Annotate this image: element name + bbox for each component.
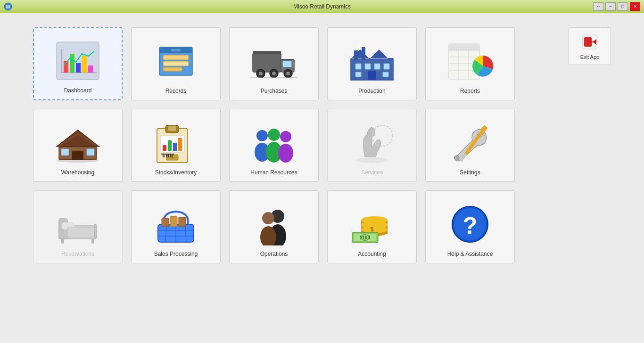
stocks-inventory-icon xyxy=(152,119,199,166)
app-icon: M xyxy=(4,2,12,11)
tile-help-assistance[interactable]: ? Help & Assistance xyxy=(425,190,515,263)
minimize-button[interactable]: − xyxy=(605,2,616,11)
svg-rect-93 xyxy=(94,224,97,238)
exit-app-label: Exit App xyxy=(580,54,599,60)
tile-accounting[interactable]: $ $100 Accounting xyxy=(327,190,417,263)
accounting-label: Accounting xyxy=(358,251,386,257)
svg-rect-45 xyxy=(449,44,479,50)
svg-rect-63 xyxy=(163,145,166,151)
settings-label: Settings xyxy=(460,169,480,176)
tile-reports[interactable]: Reports xyxy=(425,27,515,100)
svg-rect-2 xyxy=(57,42,99,80)
svg-rect-54 xyxy=(72,151,83,160)
records-icon xyxy=(152,38,199,85)
tile-warehousing[interactable]: Warehousing xyxy=(33,109,123,182)
module-grid: Dashboard Records xyxy=(33,27,515,263)
svg-point-77 xyxy=(256,130,268,141)
svg-rect-8 xyxy=(82,56,87,73)
svg-rect-6 xyxy=(70,54,74,73)
sales-processing-icon xyxy=(152,201,199,248)
accounting-icon: $ $100 xyxy=(348,201,396,248)
reports-label: Reports xyxy=(460,88,480,94)
svg-rect-36 xyxy=(355,72,361,77)
resize-icon[interactable]: ↔ xyxy=(593,2,603,11)
svg-rect-30 xyxy=(362,47,365,60)
reports-icon xyxy=(446,38,494,85)
svg-rect-103 xyxy=(170,216,177,227)
production-icon xyxy=(348,38,396,85)
production-label: Production xyxy=(358,88,385,94)
svg-rect-19 xyxy=(253,51,281,54)
svg-rect-66 xyxy=(178,138,182,151)
svg-text:$: $ xyxy=(371,226,374,233)
tile-human-resources[interactable]: Human Resources xyxy=(229,109,319,182)
svg-rect-64 xyxy=(168,140,172,151)
tile-production[interactable]: Production xyxy=(327,27,417,100)
svg-rect-104 xyxy=(179,217,186,227)
svg-point-21 xyxy=(259,72,263,75)
window-controls: ↔ − □ ✕ xyxy=(593,2,640,11)
svg-rect-56 xyxy=(87,149,94,155)
svg-rect-31 xyxy=(355,64,361,69)
reservations-icon xyxy=(54,201,101,248)
svg-rect-29 xyxy=(354,50,358,60)
tile-stocks-inventory[interactable]: Stocks/Inventory xyxy=(131,109,221,182)
svg-rect-94 xyxy=(61,239,64,244)
tile-sales-processing[interactable]: Sales Processing xyxy=(131,190,221,263)
tile-operations[interactable]: Operations xyxy=(229,190,319,263)
svg-rect-32 xyxy=(365,64,371,69)
exit-app-button[interactable]: Exit App xyxy=(569,27,611,65)
svg-point-81 xyxy=(280,131,291,142)
svg-rect-72 xyxy=(165,154,165,157)
exit-icon xyxy=(580,33,599,51)
services-icon xyxy=(348,119,396,166)
tile-records[interactable]: Records xyxy=(131,27,221,100)
tile-services[interactable]: Services xyxy=(327,109,417,182)
svg-rect-33 xyxy=(374,64,380,69)
tile-settings[interactable]: Settings xyxy=(425,109,515,182)
sales-processing-label: Sales Processing xyxy=(154,251,198,257)
stocks-inventory-label: Stocks/Inventory xyxy=(155,169,197,176)
dashboard-label: Dashboard xyxy=(64,87,92,94)
title-bar: M Misoo Retail Dynamics ↔ − □ ✕ xyxy=(0,0,644,13)
svg-point-85 xyxy=(454,155,459,160)
svg-rect-65 xyxy=(173,143,177,151)
operations-icon xyxy=(250,201,297,248)
human-resources-label: Human Resources xyxy=(250,169,297,176)
reservations-label: Reservations xyxy=(61,251,94,257)
warehousing-label: Warehousing xyxy=(61,169,94,176)
help-assistance-label: Help & Assistance xyxy=(447,251,493,257)
svg-rect-55 xyxy=(61,149,69,155)
svg-point-82 xyxy=(278,144,293,163)
svg-rect-9 xyxy=(88,65,93,73)
human-resources-icon xyxy=(250,119,297,166)
maximize-button[interactable]: □ xyxy=(618,2,628,11)
records-label: Records xyxy=(165,88,187,94)
svg-point-23 xyxy=(272,72,276,75)
svg-point-107 xyxy=(262,212,274,224)
operations-label: Operations xyxy=(260,251,288,257)
purchases-icon xyxy=(250,38,297,85)
svg-rect-14 xyxy=(163,67,182,71)
tile-reservations[interactable]: Reservations xyxy=(33,190,123,263)
svg-rect-37 xyxy=(383,72,388,77)
tile-purchases[interactable]: Purchases xyxy=(229,27,319,100)
svg-rect-12 xyxy=(163,55,189,60)
svg-rect-92 xyxy=(67,227,97,237)
close-button[interactable]: ✕ xyxy=(630,2,640,11)
svg-rect-34 xyxy=(384,64,389,69)
svg-rect-71 xyxy=(163,154,164,157)
svg-rect-7 xyxy=(76,63,81,73)
svg-text:?: ? xyxy=(463,212,478,239)
tile-dashboard[interactable]: Dashboard xyxy=(33,27,123,100)
settings-icon xyxy=(446,119,494,166)
svg-rect-95 xyxy=(91,239,94,244)
services-label: Services xyxy=(361,169,383,176)
svg-point-25 xyxy=(286,72,290,75)
dashboard-icon xyxy=(54,37,101,84)
main-content: Dashboard Records xyxy=(0,13,644,343)
svg-point-57 xyxy=(57,159,99,163)
title-bar-left: M xyxy=(4,2,12,11)
svg-rect-35 xyxy=(368,71,376,80)
svg-rect-13 xyxy=(163,61,189,66)
